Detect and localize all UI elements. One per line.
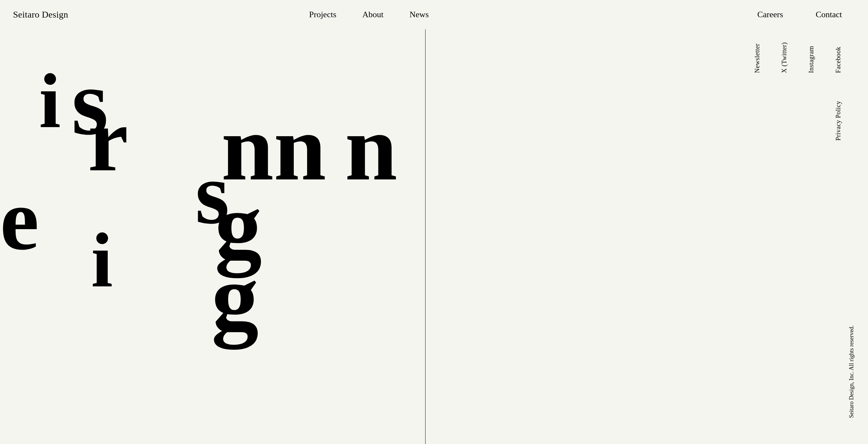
nav-projects[interactable]: Projects xyxy=(309,10,336,20)
decorative-letter-e: e xyxy=(0,175,39,263)
link-privacy-policy[interactable]: Privacy Policy xyxy=(835,101,842,141)
nav-about[interactable]: About xyxy=(363,10,383,20)
nav-news[interactable]: News xyxy=(410,10,429,20)
decorative-letter-n: n xyxy=(345,101,397,195)
link-facebook[interactable]: Facebook xyxy=(835,42,842,73)
nav-contact[interactable]: Contact xyxy=(816,10,842,20)
link-x-twitter[interactable]: X (Twitter) xyxy=(780,42,788,73)
nav-right: Careers Contact xyxy=(757,10,842,20)
decorative-letter-i-1: i xyxy=(39,62,61,140)
link-instagram[interactable]: Instagram xyxy=(807,42,815,73)
header: Seitaro Design Projects About News Caree… xyxy=(0,0,868,29)
decorative-letter-i2: i xyxy=(91,221,113,299)
right-panel: Newsletter X (Twitter) Instagram Faceboo… xyxy=(426,0,868,444)
decorative-letter-r: r xyxy=(88,94,128,185)
main-area: i s r nn n s e g i g xyxy=(0,29,426,444)
policy-links: Privacy Policy xyxy=(835,101,842,142)
decorative-letter-g2: g xyxy=(212,250,259,345)
copyright: Seitaro Design, Inc. All rights reserved… xyxy=(848,326,855,418)
social-links: Newsletter X (Twitter) Instagram Faceboo… xyxy=(753,42,842,73)
nav-center: Projects About News xyxy=(309,10,429,20)
nav-careers[interactable]: Careers xyxy=(757,10,783,20)
link-newsletter[interactable]: Newsletter xyxy=(753,42,761,73)
logo[interactable]: Seitaro Design xyxy=(13,9,68,20)
